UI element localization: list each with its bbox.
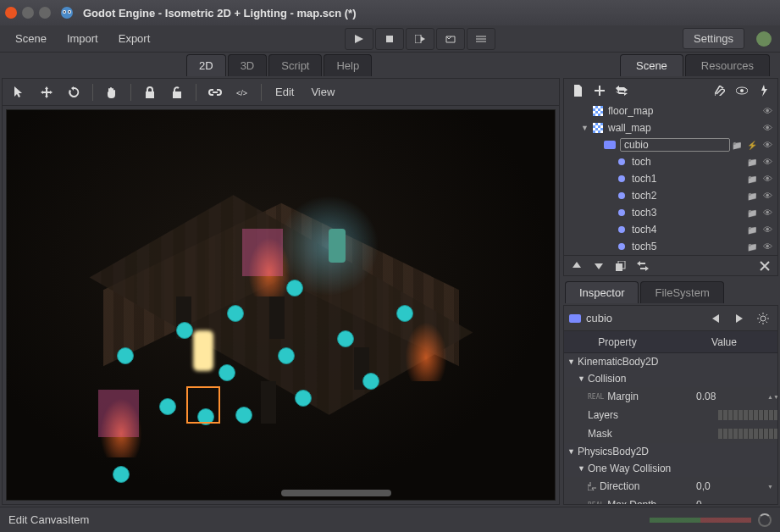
prop-margin-value[interactable]: 0.08 bbox=[693, 391, 767, 402]
menu-export[interactable]: Export bbox=[112, 29, 158, 48]
folder-icon[interactable] bbox=[730, 138, 744, 152]
scene-footer bbox=[564, 255, 777, 275]
viewport-scrollbar-horizontal[interactable] bbox=[281, 490, 391, 496]
update-badge-icon[interactable] bbox=[756, 31, 772, 47]
maximize-button[interactable] bbox=[39, 7, 51, 19]
signals-icon[interactable] bbox=[754, 81, 774, 100]
prop-mask[interactable]: Mask bbox=[564, 424, 777, 443]
dropdown-icon[interactable]: ▼ bbox=[767, 484, 777, 490]
minimize-button[interactable] bbox=[22, 7, 34, 19]
tree-node-toch5[interactable]: toch5 bbox=[564, 238, 777, 255]
eye-icon[interactable] bbox=[761, 104, 774, 118]
scene-tree[interactable]: floor_map▼wall_mapcubiotochtoch1toch2toc… bbox=[564, 103, 777, 255]
dock-tab-resources[interactable]: Resources bbox=[685, 54, 770, 76]
tree-node-toch4[interactable]: toch4 bbox=[564, 221, 777, 238]
dot-icon bbox=[615, 224, 628, 236]
tab-2d[interactable]: 2D bbox=[186, 54, 226, 76]
eye-icon[interactable] bbox=[761, 206, 774, 219]
main-area: </> Edit View bbox=[0, 76, 780, 507]
unlock-tool-icon[interactable] bbox=[165, 81, 189, 103]
delete-node-icon[interactable] bbox=[755, 258, 774, 274]
bolt-icon[interactable] bbox=[745, 138, 759, 152]
tree-node-cubio[interactable]: cubio bbox=[564, 136, 777, 153]
tree-node-toch1[interactable]: toch1 bbox=[564, 170, 777, 187]
tab-inspector[interactable]: Inspector bbox=[565, 281, 639, 303]
inspector-settings-icon[interactable] bbox=[754, 309, 772, 328]
settings-button[interactable]: Settings bbox=[683, 28, 744, 49]
dot-icon bbox=[615, 156, 628, 168]
menu-import[interactable]: Import bbox=[60, 29, 105, 48]
prop-direction-value[interactable]: 0,0 bbox=[693, 480, 767, 492]
svg-marker-8 bbox=[421, 36, 425, 42]
clear-icon[interactable] bbox=[710, 81, 730, 100]
section-physicsbody2d[interactable]: ▼PhysicsBody2D bbox=[564, 443, 777, 460]
lock-tool-icon[interactable] bbox=[138, 81, 162, 103]
eye-icon[interactable] bbox=[761, 172, 774, 186]
move-down-icon[interactable] bbox=[589, 258, 608, 274]
duplicate-icon[interactable] bbox=[611, 258, 630, 274]
link-tool-icon[interactable] bbox=[203, 81, 227, 103]
select-tool-icon[interactable] bbox=[8, 81, 31, 103]
play-button[interactable] bbox=[345, 28, 373, 50]
eye-icon[interactable] bbox=[761, 189, 774, 202]
folder-icon[interactable] bbox=[745, 206, 759, 219]
tree-node-wall_map[interactable]: ▼wall_map bbox=[564, 119, 777, 136]
stop-button[interactable] bbox=[375, 28, 404, 50]
prop-maxdepth[interactable]: REALMax Depth 0 ▲▼ bbox=[564, 496, 777, 504]
history-back-icon[interactable] bbox=[706, 309, 725, 328]
folder-icon[interactable] bbox=[745, 223, 759, 236]
prop-margin[interactable]: REALMargin 0.08 ▲▼ bbox=[564, 387, 777, 406]
tab-help[interactable]: Help bbox=[324, 54, 372, 76]
tree-node-toch2[interactable]: toch2 bbox=[564, 187, 777, 204]
tree-node-toch[interactable]: toch bbox=[564, 153, 777, 170]
viewport-view-menu[interactable]: View bbox=[304, 82, 341, 102]
folder-icon[interactable] bbox=[745, 240, 759, 253]
mask-grid[interactable] bbox=[718, 429, 777, 439]
instance-scene-icon[interactable] bbox=[611, 81, 632, 100]
move-tool-icon[interactable] bbox=[35, 81, 58, 103]
new-node-icon[interactable] bbox=[567, 81, 588, 100]
tab-script[interactable]: Script bbox=[268, 54, 322, 76]
visibility-all-icon[interactable] bbox=[732, 81, 752, 100]
folder-icon[interactable] bbox=[745, 155, 759, 169]
play-custom-button[interactable] bbox=[436, 28, 465, 50]
rotate-tool-icon[interactable] bbox=[62, 81, 86, 103]
add-node-icon[interactable] bbox=[589, 81, 610, 100]
menu-scene[interactable]: Scene bbox=[8, 29, 53, 48]
viewport-edit-menu[interactable]: Edit bbox=[268, 82, 301, 102]
spinner-icon[interactable]: ▲▼ bbox=[767, 502, 777, 505]
section-collision[interactable]: ▼Collision bbox=[564, 370, 777, 387]
eye-icon[interactable] bbox=[761, 155, 774, 169]
reparent-icon[interactable] bbox=[633, 258, 652, 274]
close-button[interactable] bbox=[5, 7, 17, 19]
grid-icon bbox=[591, 105, 605, 117]
eye-icon[interactable] bbox=[761, 223, 774, 236]
tree-node-floor_map[interactable]: floor_map bbox=[564, 103, 777, 119]
section-kinematicbody2d[interactable]: ▼KinematicBody2D bbox=[564, 353, 777, 370]
play-scene-button[interactable] bbox=[406, 28, 434, 50]
folder-icon[interactable] bbox=[745, 189, 759, 202]
history-forward-icon[interactable] bbox=[730, 309, 749, 328]
node-label: cubio bbox=[620, 138, 730, 152]
prop-direction[interactable]: Direction 0,0 ▼ bbox=[564, 477, 777, 496]
tab-3d[interactable]: 3D bbox=[228, 54, 268, 76]
property-list[interactable]: ▼KinematicBody2D ▼Collision REALMargin 0… bbox=[564, 353, 777, 504]
dock-tab-scene[interactable]: Scene bbox=[620, 54, 683, 76]
spinner-icon[interactable]: ▲▼ bbox=[767, 394, 777, 400]
debug-options-button[interactable] bbox=[467, 28, 495, 50]
prop-layers[interactable]: Layers bbox=[564, 406, 777, 424]
viewport-2d[interactable] bbox=[6, 109, 556, 501]
eye-icon[interactable] bbox=[761, 240, 774, 253]
folder-icon[interactable] bbox=[745, 172, 759, 186]
eye-icon[interactable] bbox=[761, 121, 774, 135]
statusbar: Edit CanvasItem bbox=[0, 507, 780, 532]
eye-icon[interactable] bbox=[761, 138, 774, 152]
tree-node-toch3[interactable]: toch3 bbox=[564, 204, 777, 221]
tab-filesystem[interactable]: FileSystem bbox=[640, 281, 723, 303]
instance-tool-icon[interactable]: </> bbox=[230, 81, 254, 103]
prop-maxdepth-value[interactable]: 0 bbox=[693, 499, 767, 504]
section-onewaycollision[interactable]: ▼One Way Collision bbox=[564, 460, 777, 477]
pan-tool-icon[interactable] bbox=[100, 81, 124, 103]
layers-grid[interactable] bbox=[718, 410, 777, 420]
move-up-icon[interactable] bbox=[567, 258, 586, 274]
